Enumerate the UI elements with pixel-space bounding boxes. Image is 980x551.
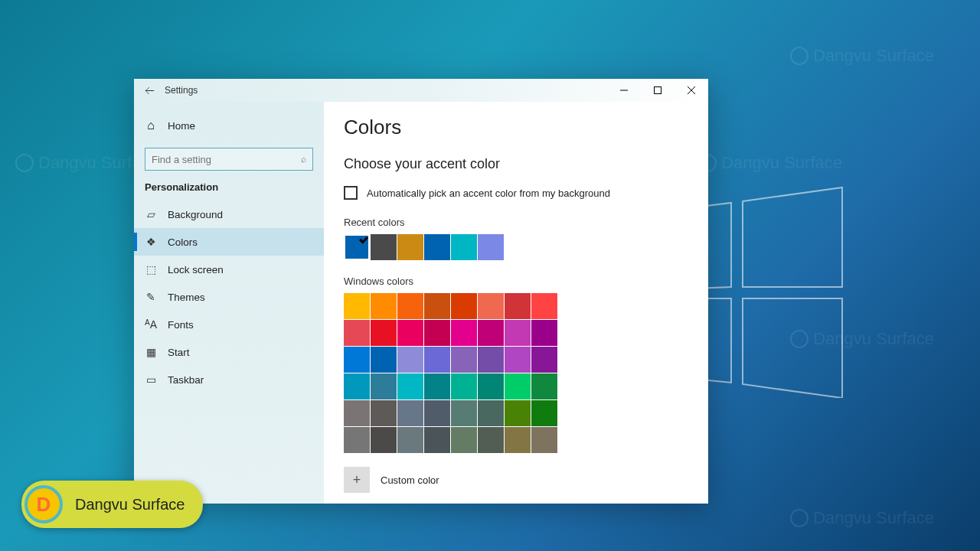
color-swatch[interactable] <box>505 427 531 453</box>
color-swatch[interactable] <box>451 293 477 319</box>
sidebar-item-label: Background <box>168 209 223 220</box>
category-heading: Personalization <box>134 181 324 201</box>
sidebar-item-taskbar[interactable]: ▭ Taskbar <box>134 366 324 393</box>
color-swatch[interactable] <box>371 320 397 346</box>
sidebar-item-themes[interactable]: ✎ Themes <box>134 283 324 311</box>
color-swatch[interactable] <box>505 373 531 399</box>
start-icon: ▦ <box>145 346 157 358</box>
color-swatch[interactable] <box>451 400 477 426</box>
color-swatch[interactable] <box>505 320 531 346</box>
search-box[interactable]: ⌕ <box>145 148 313 171</box>
color-swatch[interactable] <box>478 320 504 346</box>
color-swatch[interactable] <box>424 373 450 399</box>
color-swatch[interactable] <box>397 427 423 453</box>
color-swatch[interactable] <box>397 373 423 399</box>
color-swatch[interactable] <box>344 373 370 399</box>
recent-colors-row <box>344 234 688 260</box>
color-swatch[interactable] <box>451 427 477 453</box>
custom-color-button[interactable]: + Custom color <box>344 467 688 493</box>
color-swatch[interactable] <box>531 400 557 426</box>
color-swatch[interactable] <box>424 400 450 426</box>
ghost-watermark: Dangvu Surface <box>790 46 934 66</box>
checkbox-label: Automatically pick an accent color from … <box>367 187 610 199</box>
color-swatch[interactable] <box>397 320 423 346</box>
color-swatch[interactable] <box>478 347 504 373</box>
watermark-logo-icon: D <box>24 485 63 523</box>
themes-icon: ✎ <box>145 291 157 303</box>
color-swatch[interactable] <box>371 293 397 319</box>
color-swatch[interactable] <box>478 293 504 319</box>
back-button[interactable]: 🡠 <box>134 79 165 102</box>
color-swatch[interactable] <box>531 347 557 373</box>
main-panel: Colors Choose your accent color Automati… <box>324 102 708 504</box>
color-swatch[interactable] <box>371 234 397 260</box>
color-swatch[interactable] <box>505 293 531 319</box>
checkbox-icon <box>344 186 358 200</box>
color-swatch[interactable] <box>505 400 531 426</box>
color-swatch[interactable] <box>424 320 450 346</box>
sidebar-item-fonts[interactable]: AA Fonts <box>134 311 324 338</box>
color-swatch[interactable] <box>531 373 557 399</box>
sidebar-item-label: Colors <box>168 236 198 248</box>
settings-window: 🡠 Settings ⌂ Home ⌕ Personalization ▱ Ba… <box>134 79 708 504</box>
sidebar-item-label: Themes <box>168 292 205 303</box>
color-swatch[interactable] <box>478 234 504 260</box>
lock-screen-icon: ⬚ <box>145 263 157 276</box>
color-swatch[interactable] <box>424 427 450 453</box>
close-button[interactable] <box>675 79 708 102</box>
sidebar-item-lock-screen[interactable]: ⬚ Lock screen <box>134 256 324 283</box>
titlebar: 🡠 Settings <box>134 79 708 102</box>
color-swatch[interactable] <box>478 400 504 426</box>
color-swatch[interactable] <box>478 373 504 399</box>
color-swatch[interactable] <box>344 427 370 453</box>
color-swatch[interactable] <box>531 293 557 319</box>
color-swatch[interactable] <box>371 400 397 426</box>
color-swatch[interactable] <box>451 347 477 373</box>
color-swatch[interactable] <box>371 373 397 399</box>
color-swatch[interactable] <box>397 234 423 260</box>
sidebar: ⌂ Home ⌕ Personalization ▱ Background ❖ … <box>134 102 324 504</box>
color-swatch[interactable] <box>478 427 504 453</box>
color-swatch[interactable] <box>397 400 423 426</box>
maximize-button[interactable] <box>641 79 675 102</box>
color-swatch[interactable] <box>451 234 477 260</box>
color-swatch[interactable] <box>371 427 397 453</box>
sidebar-item-start[interactable]: ▦ Start <box>134 338 324 366</box>
minimize-button[interactable] <box>607 79 641 102</box>
sidebar-item-label: Taskbar <box>168 374 204 386</box>
windows-colors-grid <box>344 293 688 453</box>
svg-rect-1 <box>655 87 662 94</box>
watermark-text: Dangvu Surface <box>75 496 185 514</box>
search-icon: ⌕ <box>301 154 306 165</box>
fonts-icon: AA <box>145 318 157 331</box>
home-link[interactable]: ⌂ Home <box>134 111 324 140</box>
ghost-watermark: Dangvu Surface <box>790 329 934 349</box>
color-swatch[interactable] <box>344 400 370 426</box>
color-swatch[interactable] <box>424 234 450 260</box>
search-input[interactable] <box>152 154 301 165</box>
color-swatch[interactable] <box>451 320 477 346</box>
color-swatch[interactable] <box>531 427 557 453</box>
color-swatch[interactable] <box>397 293 423 319</box>
recent-colors-heading: Recent colors <box>344 217 688 228</box>
color-swatch[interactable] <box>344 347 370 373</box>
auto-accent-checkbox[interactable]: Automatically pick an accent color from … <box>344 186 688 200</box>
sidebar-item-label: Lock screen <box>168 264 224 276</box>
color-swatch[interactable] <box>451 373 477 399</box>
color-swatch[interactable] <box>505 347 531 373</box>
color-swatch[interactable] <box>424 293 450 319</box>
background-icon: ▱ <box>145 208 157 220</box>
home-icon: ⌂ <box>145 119 157 132</box>
color-swatch[interactable] <box>344 293 370 319</box>
color-swatch[interactable] <box>424 347 450 373</box>
sidebar-item-colors[interactable]: ❖ Colors <box>134 228 324 256</box>
ghost-watermark: Dangvu Surface <box>698 153 842 173</box>
color-swatch[interactable] <box>397 347 423 373</box>
color-swatch[interactable] <box>371 347 397 373</box>
window-title: Settings <box>165 85 198 96</box>
color-swatch[interactable] <box>531 320 557 346</box>
color-swatch[interactable] <box>344 320 370 346</box>
sidebar-item-background[interactable]: ▱ Background <box>134 201 324 228</box>
custom-color-label: Custom color <box>381 474 439 486</box>
color-swatch[interactable] <box>344 234 370 260</box>
